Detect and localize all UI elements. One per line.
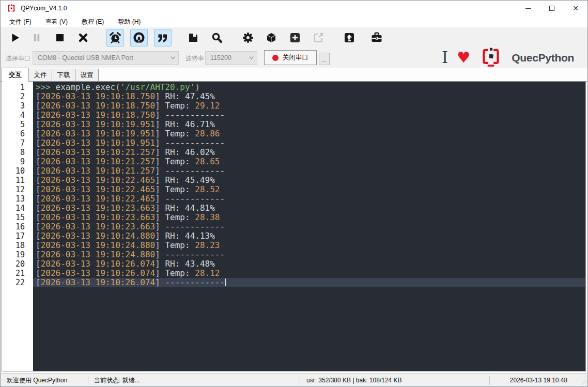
tab-3[interactable]: 设置 <box>75 69 99 81</box>
port-more-button[interactable]: ... <box>319 53 330 65</box>
minimize-button[interactable] <box>516 1 540 16</box>
upload-icon <box>343 32 355 44</box>
search-button[interactable] <box>208 29 226 47</box>
toolbar <box>1 27 587 48</box>
console-log-line: [2026-03-13 19:10:22.465] ------------ <box>33 194 585 204</box>
raw-mode-button[interactable] <box>130 29 148 47</box>
menu-item-3[interactable]: 帮助 (H) <box>113 17 145 27</box>
gear-icon <box>242 32 254 44</box>
chevron-down-icon <box>249 56 254 59</box>
console-log-line: [2026-03-13 19:10:19.951] Temp: 28.86 <box>33 129 585 138</box>
tab-1[interactable]: 文件 <box>28 69 52 81</box>
share-icon <box>312 32 324 44</box>
toolbox-button[interactable] <box>368 29 385 47</box>
line-number: 14 <box>2 204 25 213</box>
console-log-line: [2026-03-13 19:10:23.663] RH: 44.81% <box>33 204 585 213</box>
line-number: 12 <box>2 185 25 194</box>
menu-item-0[interactable]: 文件 (F) <box>5 17 36 27</box>
title-bar: QPYcom_V4.1.0 ✕ <box>1 1 587 16</box>
port-open-indicator-icon <box>272 55 278 61</box>
baud-rate-select[interactable]: 115200 <box>205 51 257 65</box>
minimize-icon <box>525 8 531 9</box>
line-number: 22 <box>2 278 25 287</box>
port-select[interactable]: COM8 - Quectel USB NMEA Port <box>33 51 179 65</box>
status-bar: 欢迎使用 QuecPython 当前状态: 就绪... usr: 352/380… <box>1 373 587 386</box>
export-button[interactable] <box>310 29 327 47</box>
console-log-line: [2026-03-13 19:10:23.663] Temp: 28.38 <box>33 213 585 222</box>
i-love-text: I <box>442 48 448 67</box>
console-log-line: [2026-03-13 19:10:22.465] Temp: 28.52 <box>33 185 585 194</box>
line-number: 4 <box>2 111 25 120</box>
line-number: 15 <box>2 213 25 222</box>
window-title: QPYcom_V4.1.0 <box>21 5 67 12</box>
alarm-clock-icon <box>109 32 121 44</box>
menu-bar: 文件 (F)查看 (V)教程 (E)帮助 (H) <box>1 16 587 27</box>
settings-button[interactable] <box>239 29 257 47</box>
console-log-line: [2026-03-13 19:10:21.257] ------------ <box>33 166 585 176</box>
timestamp-button[interactable] <box>106 29 124 47</box>
pause-button[interactable] <box>28 29 45 47</box>
quecpython-logo-icon <box>479 46 503 70</box>
x-icon <box>77 32 89 44</box>
resize-grip[interactable]: ⋰ <box>581 380 586 385</box>
status-welcome: 欢迎使用 QuecPython <box>1 376 88 385</box>
interactive-console: 12345678910111213141516171819202122 >>> … <box>2 82 586 371</box>
line-number: 2 <box>2 92 25 101</box>
console-log-line: [2026-03-13 19:10:24.880] RH: 44.13% <box>33 231 585 241</box>
line-number: 10 <box>2 166 25 176</box>
line-number: 20 <box>2 259 25 269</box>
port-bar: 选择串口 COM8 - Quectel USB NMEA Port 波特率 11… <box>1 48 587 68</box>
close-port-button[interactable]: 关闭串口 <box>264 50 317 65</box>
app-logo-icon <box>7 4 16 13</box>
console-command-line: >>> example.exec('/usr/AHT20.py') <box>33 83 585 92</box>
person-circle-icon <box>133 32 145 44</box>
firmware-button[interactable] <box>262 29 280 47</box>
line-number: 11 <box>2 176 25 185</box>
console-log-line: [2026-03-13 19:10:19.951] RH: 46.71% <box>33 120 585 129</box>
brand-area: I ♥ QuecPython <box>442 48 574 68</box>
play-icon <box>9 32 21 44</box>
maximize-button[interactable] <box>540 1 564 16</box>
app-window: QPYcom_V4.1.0 ✕ 文件 (F)查看 (V)教程 (E)帮助 (H)… <box>0 0 588 387</box>
quotes-icon <box>157 32 169 44</box>
console-log-line: [2026-03-13 19:10:23.663] ------------ <box>33 222 585 231</box>
line-number: 17 <box>2 231 25 241</box>
line-number: 3 <box>2 101 25 111</box>
console-log-line: [2026-03-13 19:10:21.257] Temp: 28.65 <box>33 157 585 166</box>
tab-0[interactable]: 交互 <box>2 68 29 82</box>
tab-2[interactable]: 下载 <box>52 69 75 81</box>
menu-item-2[interactable]: 教程 (E) <box>77 17 109 27</box>
add-button[interactable] <box>286 29 304 47</box>
heart-icon: ♥ <box>457 49 470 66</box>
toolbox-icon <box>370 32 383 44</box>
console-log-line: [2026-03-13 19:10:19.951] ------------ <box>33 138 585 148</box>
menu-item-1[interactable]: 查看 (V) <box>41 17 72 27</box>
close-icon: ✕ <box>572 5 579 12</box>
port-more-label: ... <box>322 57 327 63</box>
floppy-icon <box>187 32 199 44</box>
status-storage: usr: 352/380 KB | bak: 108/124 KB <box>300 376 490 385</box>
line-number: 16 <box>2 222 25 231</box>
stop-icon <box>54 32 66 44</box>
upload-button[interactable] <box>341 29 358 47</box>
run-button[interactable] <box>6 29 24 47</box>
stop-button[interactable] <box>51 29 69 47</box>
status-datetime: 2026-03-13 19:10:48 <box>490 376 587 385</box>
console-log-line: [2026-03-13 19:10:18.750] ------------ <box>33 111 585 120</box>
save-log-button[interactable] <box>184 29 202 47</box>
maximize-icon <box>549 6 554 11</box>
port-select-label: 选择串口 <box>6 54 30 63</box>
close-button[interactable]: ✕ <box>564 1 587 16</box>
kill-button[interactable] <box>74 29 92 47</box>
console-log-line: [2026-03-13 19:10:22.465] RH: 45.49% <box>33 176 585 185</box>
plus-square-icon <box>289 32 301 44</box>
magnifier-icon <box>211 32 223 44</box>
text-cursor <box>225 278 226 286</box>
terminal-output[interactable]: >>> example.exec('/usr/AHT20.py')[2026-0… <box>33 82 585 371</box>
status-state: 当前状态: 就绪... <box>88 376 300 385</box>
line-number: 7 <box>2 138 25 148</box>
quote-mode-button[interactable] <box>154 29 172 47</box>
console-log-line: [2026-03-13 19:10:26.074] Temp: 28.12 <box>33 269 585 278</box>
line-number: 1 <box>2 83 25 92</box>
console-log-line: [2026-03-13 19:10:24.880] ------------ <box>33 250 585 259</box>
